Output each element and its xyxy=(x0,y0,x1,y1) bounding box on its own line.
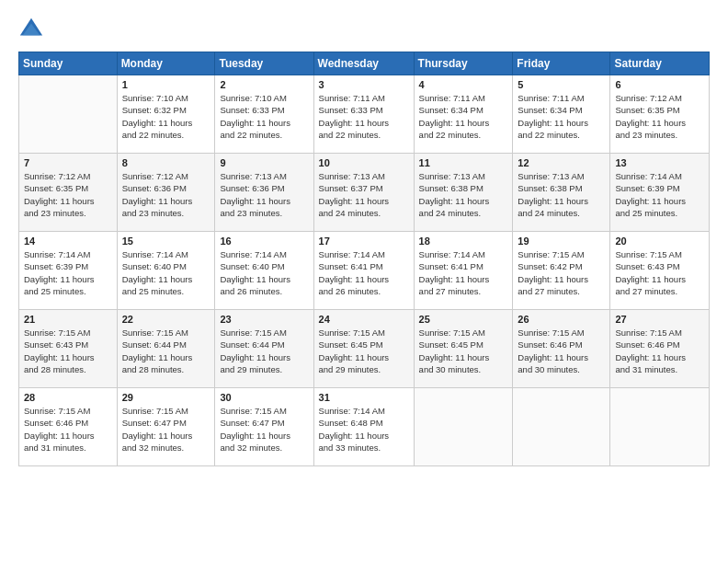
header xyxy=(18,17,710,42)
calendar-week-row: 14Sunrise: 7:14 AM Sunset: 6:39 PM Dayli… xyxy=(19,232,710,310)
day-info: Sunrise: 7:13 AM Sunset: 6:38 PM Dayligh… xyxy=(518,170,605,219)
calendar-cell: 2Sunrise: 7:10 AM Sunset: 6:33 PM Daylig… xyxy=(215,75,313,154)
day-info: Sunrise: 7:10 AM Sunset: 6:32 PM Dayligh… xyxy=(122,92,210,141)
day-number: 26 xyxy=(518,314,605,325)
weekday-header: Friday xyxy=(513,52,610,75)
day-info: Sunrise: 7:15 AM Sunset: 6:43 PM Dayligh… xyxy=(24,327,112,375)
calendar-cell: 9Sunrise: 7:13 AM Sunset: 6:36 PM Daylig… xyxy=(215,154,313,232)
day-info: Sunrise: 7:15 AM Sunset: 6:46 PM Dayligh… xyxy=(24,405,112,454)
calendar-cell: 25Sunrise: 7:15 AM Sunset: 6:45 PM Dayli… xyxy=(414,310,513,388)
calendar-cell: 12Sunrise: 7:13 AM Sunset: 6:38 PM Dayli… xyxy=(513,154,610,232)
day-info: Sunrise: 7:15 AM Sunset: 6:44 PM Dayligh… xyxy=(220,327,308,375)
calendar-week-row: 1Sunrise: 7:10 AM Sunset: 6:32 PM Daylig… xyxy=(19,75,710,154)
day-number: 30 xyxy=(220,392,308,403)
calendar-cell: 24Sunrise: 7:15 AM Sunset: 6:45 PM Dayli… xyxy=(313,310,414,388)
calendar-cell xyxy=(513,388,610,466)
day-info: Sunrise: 7:13 AM Sunset: 6:38 PM Dayligh… xyxy=(419,170,508,219)
day-info: Sunrise: 7:14 AM Sunset: 6:40 PM Dayligh… xyxy=(122,248,210,297)
weekday-header: Saturday xyxy=(610,52,710,75)
calendar-cell: 15Sunrise: 7:14 AM Sunset: 6:40 PM Dayli… xyxy=(117,232,215,310)
day-info: Sunrise: 7:10 AM Sunset: 6:33 PM Dayligh… xyxy=(220,92,308,141)
calendar-cell: 11Sunrise: 7:13 AM Sunset: 6:38 PM Dayli… xyxy=(414,154,513,232)
calendar-cell: 31Sunrise: 7:14 AM Sunset: 6:48 PM Dayli… xyxy=(313,388,414,466)
calendar-cell: 30Sunrise: 7:15 AM Sunset: 6:47 PM Dayli… xyxy=(215,388,313,466)
calendar: SundayMondayTuesdayWednesdayThursdayFrid… xyxy=(18,52,710,466)
day-info: Sunrise: 7:15 AM Sunset: 6:45 PM Dayligh… xyxy=(319,327,409,375)
calendar-cell: 17Sunrise: 7:14 AM Sunset: 6:41 PM Dayli… xyxy=(313,232,414,310)
day-number: 9 xyxy=(220,157,308,168)
day-number: 12 xyxy=(518,157,605,168)
day-number: 7 xyxy=(24,157,112,168)
calendar-cell: 22Sunrise: 7:15 AM Sunset: 6:44 PM Dayli… xyxy=(117,310,215,388)
day-number: 11 xyxy=(419,157,508,168)
calendar-cell xyxy=(19,75,118,154)
day-info: Sunrise: 7:14 AM Sunset: 6:41 PM Dayligh… xyxy=(319,248,409,297)
day-info: Sunrise: 7:15 AM Sunset: 6:46 PM Dayligh… xyxy=(615,327,704,375)
calendar-cell: 23Sunrise: 7:15 AM Sunset: 6:44 PM Dayli… xyxy=(215,310,313,388)
day-number: 10 xyxy=(319,157,409,168)
calendar-cell: 27Sunrise: 7:15 AM Sunset: 6:46 PM Dayli… xyxy=(610,310,710,388)
weekday-header: Wednesday xyxy=(313,52,414,75)
day-number: 13 xyxy=(615,157,704,168)
day-info: Sunrise: 7:15 AM Sunset: 6:42 PM Dayligh… xyxy=(518,248,605,297)
day-info: Sunrise: 7:14 AM Sunset: 6:39 PM Dayligh… xyxy=(24,248,112,297)
day-info: Sunrise: 7:11 AM Sunset: 6:34 PM Dayligh… xyxy=(419,92,508,141)
calendar-week-row: 28Sunrise: 7:15 AM Sunset: 6:46 PM Dayli… xyxy=(19,388,710,466)
day-number: 15 xyxy=(122,236,210,247)
day-info: Sunrise: 7:15 AM Sunset: 6:45 PM Dayligh… xyxy=(419,327,508,375)
weekday-header: Tuesday xyxy=(215,52,313,75)
calendar-cell: 10Sunrise: 7:13 AM Sunset: 6:37 PM Dayli… xyxy=(313,154,414,232)
calendar-cell: 7Sunrise: 7:12 AM Sunset: 6:35 PM Daylig… xyxy=(19,154,118,232)
day-number: 24 xyxy=(319,314,409,325)
weekday-header: Monday xyxy=(117,52,215,75)
day-info: Sunrise: 7:15 AM Sunset: 6:47 PM Dayligh… xyxy=(122,405,210,454)
day-info: Sunrise: 7:14 AM Sunset: 6:41 PM Dayligh… xyxy=(419,248,508,297)
day-number: 20 xyxy=(615,236,704,247)
weekday-header: Sunday xyxy=(19,52,118,75)
logo-icon xyxy=(18,17,44,42)
calendar-cell: 19Sunrise: 7:15 AM Sunset: 6:42 PM Dayli… xyxy=(513,232,610,310)
day-number: 27 xyxy=(615,314,704,325)
day-number: 19 xyxy=(518,236,605,247)
day-number: 5 xyxy=(518,79,605,90)
day-info: Sunrise: 7:14 AM Sunset: 6:39 PM Dayligh… xyxy=(615,170,704,219)
day-number: 21 xyxy=(24,314,112,325)
day-number: 2 xyxy=(220,79,308,90)
day-number: 28 xyxy=(24,392,112,403)
day-number: 6 xyxy=(615,79,704,90)
day-info: Sunrise: 7:14 AM Sunset: 6:40 PM Dayligh… xyxy=(220,248,308,297)
day-number: 14 xyxy=(24,236,112,247)
calendar-cell: 4Sunrise: 7:11 AM Sunset: 6:34 PM Daylig… xyxy=(414,75,513,154)
day-number: 8 xyxy=(122,157,210,168)
day-info: Sunrise: 7:15 AM Sunset: 6:43 PM Dayligh… xyxy=(615,248,704,297)
calendar-cell: 28Sunrise: 7:15 AM Sunset: 6:46 PM Dayli… xyxy=(19,388,118,466)
calendar-cell xyxy=(610,388,710,466)
day-info: Sunrise: 7:14 AM Sunset: 6:48 PM Dayligh… xyxy=(319,405,409,454)
calendar-cell: 18Sunrise: 7:14 AM Sunset: 6:41 PM Dayli… xyxy=(414,232,513,310)
day-number: 17 xyxy=(319,236,409,247)
day-info: Sunrise: 7:12 AM Sunset: 6:35 PM Dayligh… xyxy=(24,170,112,219)
day-number: 31 xyxy=(319,392,409,403)
day-number: 29 xyxy=(122,392,210,403)
calendar-cell: 29Sunrise: 7:15 AM Sunset: 6:47 PM Dayli… xyxy=(117,388,215,466)
day-number: 1 xyxy=(122,79,210,90)
day-number: 3 xyxy=(319,79,409,90)
calendar-cell: 13Sunrise: 7:14 AM Sunset: 6:39 PM Dayli… xyxy=(610,154,710,232)
day-number: 4 xyxy=(419,79,508,90)
day-number: 18 xyxy=(419,236,508,247)
calendar-cell: 21Sunrise: 7:15 AM Sunset: 6:43 PM Dayli… xyxy=(19,310,118,388)
calendar-cell: 8Sunrise: 7:12 AM Sunset: 6:36 PM Daylig… xyxy=(117,154,215,232)
day-info: Sunrise: 7:12 AM Sunset: 6:35 PM Dayligh… xyxy=(615,92,704,141)
calendar-cell: 26Sunrise: 7:15 AM Sunset: 6:46 PM Dayli… xyxy=(513,310,610,388)
calendar-cell: 1Sunrise: 7:10 AM Sunset: 6:32 PM Daylig… xyxy=(117,75,215,154)
day-info: Sunrise: 7:11 AM Sunset: 6:33 PM Dayligh… xyxy=(319,92,409,141)
day-info: Sunrise: 7:15 AM Sunset: 6:44 PM Dayligh… xyxy=(122,327,210,375)
day-info: Sunrise: 7:15 AM Sunset: 6:47 PM Dayligh… xyxy=(220,405,308,454)
calendar-cell: 16Sunrise: 7:14 AM Sunset: 6:40 PM Dayli… xyxy=(215,232,313,310)
day-info: Sunrise: 7:13 AM Sunset: 6:37 PM Dayligh… xyxy=(319,170,409,219)
calendar-cell: 6Sunrise: 7:12 AM Sunset: 6:35 PM Daylig… xyxy=(610,75,710,154)
page: SundayMondayTuesdayWednesdayThursdayFrid… xyxy=(0,0,728,563)
day-number: 25 xyxy=(419,314,508,325)
day-info: Sunrise: 7:11 AM Sunset: 6:34 PM Dayligh… xyxy=(518,92,605,141)
day-number: 23 xyxy=(220,314,308,325)
